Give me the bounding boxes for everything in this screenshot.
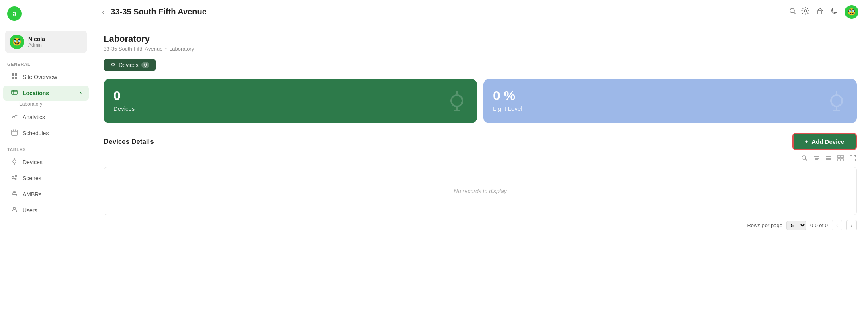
avatar: 🥸 bbox=[10, 35, 24, 49]
section-title: Devices Details bbox=[104, 138, 792, 146]
sidebar-locations-sub: Laboratory bbox=[0, 101, 92, 109]
sidebar-item-site-overview[interactable]: Site Overview bbox=[3, 69, 89, 85]
light-stat-icon bbox=[825, 90, 849, 119]
scenes-icon bbox=[10, 174, 18, 182]
light-stat-number: 0 % bbox=[493, 89, 847, 103]
dark-mode-icon[interactable] bbox=[830, 7, 838, 17]
tables-section-label: TABLES bbox=[0, 141, 92, 154]
svg-rect-49 bbox=[841, 159, 843, 161]
sidebar-item-label: Schedules bbox=[23, 130, 49, 137]
devices-stat-icon bbox=[445, 90, 469, 119]
svg-point-27 bbox=[112, 63, 115, 66]
user-role: Admin bbox=[28, 42, 45, 48]
grid-view-icon[interactable] bbox=[837, 155, 844, 163]
svg-point-16 bbox=[15, 178, 16, 180]
svg-point-14 bbox=[12, 177, 14, 179]
schedules-icon bbox=[10, 129, 18, 137]
svg-rect-48 bbox=[838, 159, 840, 161]
tab-label: Devices bbox=[119, 62, 139, 68]
svg-point-22 bbox=[13, 207, 16, 210]
user-name: Nicola bbox=[28, 36, 45, 42]
app-logo: a bbox=[7, 6, 22, 21]
tab-badge: 0 bbox=[141, 62, 150, 68]
sidebar-item-label: Locations bbox=[23, 90, 49, 96]
svg-point-15 bbox=[15, 175, 17, 177]
collapse-sidebar-icon[interactable]: ‹ bbox=[102, 8, 104, 16]
sidebar-item-label: Scenes bbox=[23, 175, 41, 181]
pagination-range: 0-0 of 0 bbox=[810, 222, 828, 228]
site-overview-icon bbox=[10, 73, 18, 81]
sidebar-item-users[interactable]: Users bbox=[3, 203, 89, 218]
add-device-button[interactable]: + Add Device bbox=[792, 133, 857, 150]
svg-line-39 bbox=[805, 159, 807, 161]
chevron-right-icon: › bbox=[80, 90, 82, 96]
list-view-icon[interactable] bbox=[825, 155, 832, 163]
topbar-search-icon[interactable] bbox=[789, 8, 796, 16]
svg-rect-1 bbox=[15, 73, 17, 76]
tab-bar: Devices 0 bbox=[104, 59, 857, 71]
sidebar-item-label: Analytics bbox=[23, 114, 45, 120]
pagination-next-button[interactable]: › bbox=[846, 220, 857, 230]
filter-icon[interactable] bbox=[813, 155, 820, 163]
sidebar-item-schedules[interactable]: Schedules bbox=[3, 126, 89, 141]
svg-rect-47 bbox=[841, 155, 843, 158]
svg-rect-0 bbox=[12, 73, 14, 76]
general-section-label: GENERAL bbox=[0, 56, 92, 69]
breadcrumb-separator: • bbox=[165, 46, 167, 52]
devices-stat-card: 0 Devices bbox=[104, 79, 477, 123]
sidebar-item-ambrs[interactable]: AMBRs bbox=[3, 187, 89, 202]
svg-line-18 bbox=[14, 178, 15, 179]
main-content: ‹ 33-35 South Fifth Avenue 🥸 Laboratory bbox=[92, 0, 868, 324]
stats-row: 0 Devices 0 % Light Level bbox=[104, 79, 857, 123]
user-card[interactable]: 🥸 Nicola Admin bbox=[5, 31, 87, 53]
breadcrumb-home: 33-35 South Fifth Avenue bbox=[104, 46, 162, 52]
plus-icon: + bbox=[805, 138, 809, 145]
light-stat-label: Light Level bbox=[493, 105, 847, 112]
devices-details-header: Devices Details + Add Device bbox=[104, 133, 857, 150]
table-toolbar bbox=[104, 155, 857, 163]
sidebar: a 🥸 Nicola Admin GENERAL Site Overview L… bbox=[0, 0, 92, 324]
topbar: ‹ 33-35 South Fifth Avenue 🥸 bbox=[92, 0, 868, 24]
svg-rect-3 bbox=[15, 77, 17, 79]
svg-rect-26 bbox=[818, 11, 822, 14]
sidebar-item-devices[interactable]: Devices bbox=[3, 155, 89, 170]
pagination-prev-button[interactable]: ‹ bbox=[832, 220, 842, 230]
sidebar-item-label: Devices bbox=[23, 159, 43, 165]
users-icon bbox=[10, 206, 18, 214]
sidebar-item-locations[interactable]: Locations › bbox=[3, 86, 89, 101]
sidebar-item-label: Users bbox=[23, 207, 37, 214]
fullscreen-icon[interactable] bbox=[850, 155, 856, 163]
devices-sidebar-icon bbox=[10, 158, 18, 166]
analytics-icon bbox=[10, 113, 18, 121]
tab-devices[interactable]: Devices 0 bbox=[104, 59, 156, 71]
topbar-title: 33-35 South Fifth Avenue bbox=[111, 7, 784, 16]
page-title: Laboratory bbox=[104, 34, 857, 44]
devices-stat-label: Devices bbox=[113, 105, 467, 112]
topbar-actions: 🥸 bbox=[801, 5, 858, 19]
settings-icon[interactable] bbox=[801, 7, 809, 17]
breadcrumb: 33-35 South Fifth Avenue • Laboratory bbox=[104, 46, 857, 52]
add-device-label: Add Device bbox=[811, 138, 844, 145]
svg-rect-21 bbox=[14, 191, 15, 193]
page-header: Laboratory 33-35 South Fifth Avenue • La… bbox=[104, 34, 857, 52]
sidebar-item-scenes[interactable]: Scenes bbox=[3, 171, 89, 186]
sidebar-item-label: Site Overview bbox=[23, 74, 57, 80]
user-avatar-topbar[interactable]: 🥸 bbox=[845, 5, 858, 19]
svg-point-11 bbox=[13, 160, 16, 163]
pagination-bar: Rows per page 5 10 25 0-0 of 0 ‹ › bbox=[104, 220, 857, 230]
svg-rect-2 bbox=[12, 77, 14, 79]
rows-per-page-label: Rows per page bbox=[747, 222, 782, 228]
sidebar-logo: a bbox=[0, 0, 92, 27]
table-search-icon[interactable] bbox=[801, 155, 808, 163]
home-icon[interactable] bbox=[816, 7, 824, 17]
svg-point-25 bbox=[804, 10, 807, 12]
rows-per-page-select[interactable]: 5 10 25 bbox=[786, 221, 806, 230]
light-stat-card: 0 % Light Level bbox=[483, 79, 857, 123]
svg-point-30 bbox=[451, 95, 463, 106]
svg-point-34 bbox=[831, 95, 842, 106]
ambrs-icon bbox=[10, 190, 18, 198]
sidebar-item-analytics[interactable]: Analytics bbox=[3, 110, 89, 125]
locations-icon bbox=[10, 89, 18, 97]
svg-line-24 bbox=[794, 12, 796, 14]
breadcrumb-current: Laboratory bbox=[169, 46, 194, 52]
